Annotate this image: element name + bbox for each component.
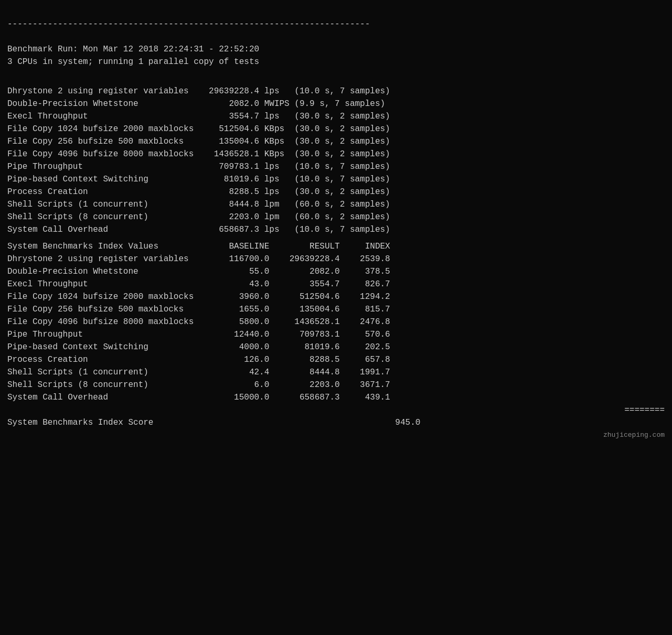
index-row: Execl Throughput 43.0 3554.7 826.7 bbox=[7, 278, 665, 290]
benchmark-section: Dhrystone 2 using register variables 296… bbox=[7, 85, 665, 236]
bench-row: Shell Scripts (1 concurrent) 8444.8 lpm … bbox=[7, 198, 665, 211]
bench-row: Process Creation 8288.5 lps (30.0 s, 2 s… bbox=[7, 186, 665, 198]
bench-row: Shell Scripts (8 concurrent) 2203.0 lpm … bbox=[7, 211, 665, 223]
bench-row: Double-Precision Whetstone 2082.0 MWIPS … bbox=[7, 98, 665, 110]
index-section: System Benchmarks Index Values BASELINE … bbox=[7, 240, 665, 404]
index-row: Shell Scripts (1 concurrent) 42.4 8444.8… bbox=[7, 366, 665, 379]
equals-row: ======== bbox=[7, 404, 665, 416]
bench-row: File Copy 4096 bufsize 8000 maxblocks 14… bbox=[7, 148, 665, 160]
index-row: Shell Scripts (8 concurrent) 6.0 2203.0 … bbox=[7, 379, 665, 391]
index-row: Pipe-based Context Switching 4000.0 8101… bbox=[7, 341, 665, 353]
index-row: System Call Overhead 15000.0 658687.3 43… bbox=[7, 391, 665, 404]
index-row: Process Creation 126.0 8288.5 657.8 bbox=[7, 353, 665, 366]
index-row: Dhrystone 2 using register variables 116… bbox=[7, 253, 665, 265]
header-line1: Benchmark Run: Mon Mar 12 2018 22:24:31 … bbox=[7, 45, 259, 67]
divider-top: ----------------------------------------… bbox=[7, 19, 370, 29]
index-row: Double-Precision Whetstone 55.0 2082.0 3… bbox=[7, 265, 665, 278]
index-row: File Copy 256 bufsize 500 maxblocks 1655… bbox=[7, 303, 665, 316]
index-row: File Copy 1024 bufsize 2000 maxblocks 39… bbox=[7, 290, 665, 303]
score-row: System Benchmarks Index Score 945.0 bbox=[7, 416, 665, 429]
bench-row: System Call Overhead 658687.3 lps (10.0 … bbox=[7, 223, 665, 236]
index-row: Pipe Throughput 12440.0 709783.1 570.6 bbox=[7, 328, 665, 341]
bench-row: Dhrystone 2 using register variables 296… bbox=[7, 85, 665, 98]
watermark: zhujiceping.com bbox=[7, 430, 665, 440]
index-row: File Copy 4096 bufsize 8000 maxblocks 58… bbox=[7, 316, 665, 328]
bench-row: File Copy 256 bufsize 500 maxblocks 1350… bbox=[7, 135, 665, 148]
terminal-output: ----------------------------------------… bbox=[7, 5, 665, 81]
index-header-row: System Benchmarks Index Values BASELINE … bbox=[7, 240, 665, 253]
bench-row: Pipe Throughput 709783.1 lps (10.0 s, 7 … bbox=[7, 160, 665, 173]
bench-row: Pipe-based Context Switching 81019.6 lps… bbox=[7, 173, 665, 186]
bench-row: Execl Throughput 3554.7 lps (30.0 s, 2 s… bbox=[7, 110, 665, 123]
score-section: ========System Benchmarks Index Score 94… bbox=[7, 404, 665, 429]
bench-row: File Copy 1024 bufsize 2000 maxblocks 51… bbox=[7, 123, 665, 135]
